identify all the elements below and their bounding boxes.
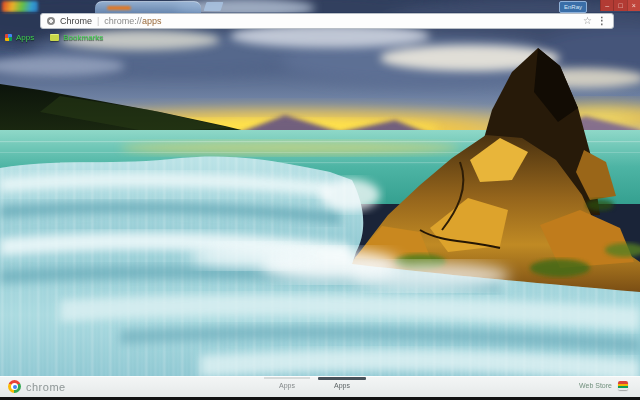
url-scheme: chrome:// [104,16,142,26]
omnibox-site-label: Chrome [60,16,92,26]
window-controls: – □ × [600,0,640,11]
chrome-page-icon [47,17,55,25]
theme-wallpaper-image [0,0,640,400]
app-launcher-bar: chrome Apps Apps Web Store [0,376,640,398]
chrome-logo-icon [8,380,21,393]
bookmarks-folder-icon [50,34,59,41]
bookmark-star-icon[interactable]: ☆ [583,16,592,26]
active-tab-title [107,6,131,10]
chrome-brand: chrome [8,380,66,393]
web-store-icon[interactable] [618,381,628,390]
window-app-icon [2,1,38,12]
nav-indicator-inactive [264,377,310,379]
close-icon[interactable]: × [627,0,640,11]
bookmarks-bar: Apps Bookmarks [0,30,640,44]
chrome-brand-label: chrome [26,381,66,393]
bookmark-label: Apps [16,33,34,42]
minimize-icon[interactable]: – [600,0,613,11]
restore-icon[interactable]: □ [613,0,626,11]
launcher-tab-apps-2[interactable]: Apps [320,382,364,389]
launcher-tab-apps-1[interactable]: Apps [265,382,309,389]
omnibox-separator: | [97,16,99,26]
browser-menu-icon[interactable]: ⋮ [597,16,607,26]
profile-badge[interactable]: EnRay [559,1,587,13]
omnibox[interactable]: Chrome | chrome://apps ☆ ⋮ [40,13,614,29]
browser-window: EnRay – □ × Chrome | chrome://apps ☆ ⋮ A… [0,0,640,400]
omnibox-url[interactable]: chrome://apps [104,16,161,26]
url-host: apps [142,16,162,26]
apps-grid-icon [5,34,12,41]
active-tab[interactable] [95,1,201,13]
bookmark-item-bookmarks[interactable]: Bookmarks [50,33,103,42]
nav-indicator-active [318,377,366,380]
bookmark-item-apps[interactable]: Apps [5,33,34,42]
new-tab-button[interactable] [204,2,224,11]
bookmark-label: Bookmarks [63,33,103,42]
web-store-link[interactable]: Web Store [579,382,612,389]
